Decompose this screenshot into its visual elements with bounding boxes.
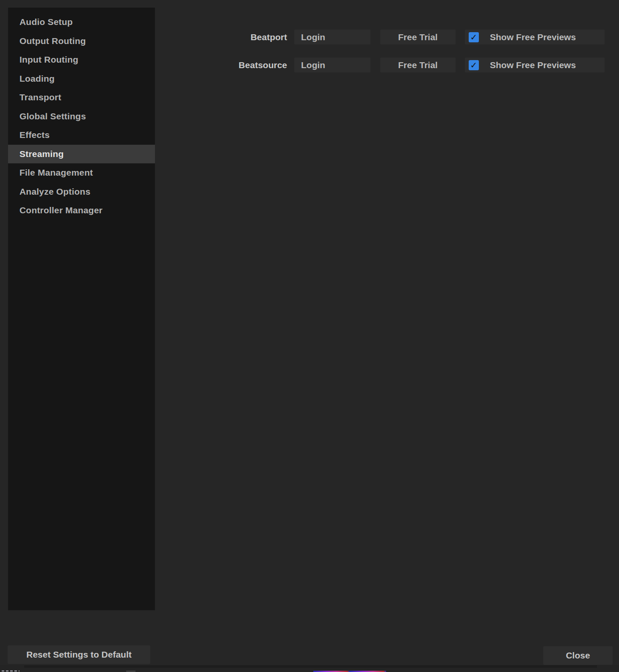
beatport-show-free-previews-group: ✓ Show Free Previews [465,30,605,44]
sidebar-item-file-management[interactable]: File Management [8,163,155,182]
sidebar-item-controller-manager[interactable]: Controller Manager [8,201,155,220]
sidebar-item-global-settings[interactable]: Global Settings [8,107,155,126]
beatport-login-button[interactable]: Login [294,30,370,44]
beatsource-label: Beatsource [178,58,287,72]
sidebar-item-streaming[interactable]: Streaming [8,145,155,164]
checkmark-icon: ✓ [470,60,478,70]
beatport-show-free-previews-checkbox[interactable]: ✓ [469,32,479,42]
beatport-free-trial-button[interactable]: Free Trial [380,30,456,44]
sidebar-item-output-routing[interactable]: Output Routing [8,32,155,51]
sidebar-item-transport[interactable]: Transport [8,88,155,107]
settings-sidebar: Audio Setup Output Routing Input Routing… [8,8,155,610]
beatsource-show-free-previews-checkbox[interactable]: ✓ [469,60,479,70]
sidebar-item-audio-setup[interactable]: Audio Setup [8,13,155,32]
beatport-show-free-previews-label: Show Free Previews [490,32,576,42]
beatsource-show-free-previews-label: Show Free Previews [490,60,576,70]
clipped-text-fragment [2,670,19,672]
close-button[interactable]: Close [543,646,613,665]
beatsource-free-trial-button[interactable]: Free Trial [380,58,456,72]
sidebar-item-loading[interactable]: Loading [8,69,155,88]
beatsource-login-button[interactable]: Login [294,58,370,72]
beatport-label: Beatport [178,30,287,44]
sidebar-item-input-routing[interactable]: Input Routing [8,50,155,69]
clipped-text-fragment [126,671,135,672]
reset-settings-button[interactable]: Reset Settings to Default [8,645,150,664]
underlying-window-strip [0,665,619,672]
beatsource-show-free-previews-group: ✓ Show Free Previews [465,58,605,72]
underlying-dark-band [24,665,597,668]
sidebar-item-effects[interactable]: Effects [8,126,155,145]
sidebar-item-analyze-options[interactable]: Analyze Options [8,182,155,201]
checkmark-icon: ✓ [470,32,478,42]
settings-dialog: Audio Setup Output Routing Input Routing… [0,0,619,672]
